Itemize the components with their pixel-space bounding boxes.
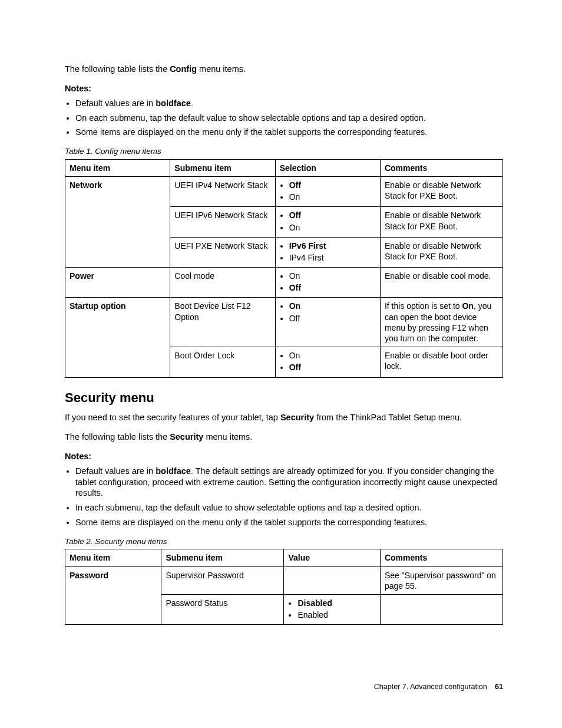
text: The following table lists the: [65, 64, 170, 74]
option: Enabled: [297, 610, 375, 620]
table-header-row: Menu item Submenu item Value Comments: [65, 549, 503, 566]
menu-item-cell: Network: [65, 176, 170, 267]
comments-cell: Enable or disable Network Stack for PXE …: [380, 207, 503, 237]
col-header: Menu item: [65, 159, 170, 176]
comments-cell: Enable or disable cool mode.: [380, 268, 503, 298]
option-default: Disabled: [297, 598, 375, 608]
intro-paragraph: The following table lists the Config men…: [65, 64, 503, 75]
text: The following table lists the: [65, 432, 170, 442]
config-menu-table: Menu item Submenu item Selection Comment…: [65, 159, 503, 378]
selection-cell: Off On: [275, 176, 380, 206]
submenu-cell: Boot Device List F12 Option: [170, 298, 275, 347]
selection-cell: On Off: [275, 268, 380, 298]
menu-item-cell: Power: [65, 268, 170, 298]
option-default: Off: [289, 180, 376, 190]
notes-heading: Notes:: [65, 83, 503, 94]
col-header: Menu item: [65, 549, 161, 566]
table-row: Password Supervisor Password See "Superv…: [65, 566, 503, 594]
list-item: Default values are in boldface. The defa…: [75, 466, 503, 499]
text: Default values are in: [75, 98, 156, 108]
page-number: 61: [495, 683, 503, 691]
option-default: Off: [289, 210, 376, 220]
selection-cell: On Off: [275, 298, 380, 347]
text: If this option is set to: [385, 301, 462, 311]
comments-cell: If this option is set to On, you can ope…: [380, 298, 503, 347]
table-caption: Table 2. Security menu items: [65, 536, 503, 547]
notes-list: Default values are in boldface. The defa…: [65, 466, 503, 528]
list-item: Default values are in boldface.: [75, 98, 503, 109]
text: If you need to set the security features…: [65, 413, 280, 422]
page-footer: Chapter 7. Advanced configuration 61: [374, 682, 503, 691]
table-caption: Table 1. Config menu items: [65, 146, 503, 157]
option-default: Off: [289, 362, 376, 373]
paragraph: The following table lists the Security m…: [65, 431, 503, 443]
text-bold: boldface: [156, 466, 191, 476]
list-item: On each submenu, tap the default value t…: [75, 113, 503, 124]
text-bold: Config: [170, 64, 197, 74]
security-menu-table: Menu item Submenu item Value Comments Pa…: [65, 549, 503, 625]
comments-cell: [380, 595, 503, 625]
notes-heading: Notes:: [65, 451, 503, 462]
col-header: Submenu item: [161, 549, 284, 566]
table-row: Network UEFI IPv4 Network Stack Off On E…: [65, 176, 503, 206]
option: Off: [289, 313, 376, 324]
submenu-cell: Cool mode: [170, 268, 275, 298]
option-default: On: [289, 301, 376, 311]
document-page: The following table lists the Config men…: [0, 0, 562, 728]
col-header: Comments: [380, 159, 503, 176]
text: Default values are in: [75, 466, 156, 476]
option-default: Off: [289, 282, 376, 293]
submenu-cell: UEFI IPv4 Network Stack: [170, 176, 275, 206]
footer-chapter: Chapter 7. Advanced configuration: [374, 683, 487, 691]
submenu-cell: Boot Order Lock: [170, 347, 275, 377]
text: menu items.: [197, 64, 246, 74]
submenu-cell: UEFI IPv6 Network Stack: [170, 207, 275, 237]
text-bold: Security: [170, 432, 203, 442]
text-bold: boldface: [156, 98, 191, 108]
option: On: [289, 350, 376, 361]
comments-cell: Enable or disable Network Stack for PXE …: [380, 237, 503, 267]
text-bold: Security: [280, 413, 314, 422]
option: On: [289, 222, 376, 233]
option: On: [289, 192, 376, 202]
col-header: Submenu item: [170, 159, 275, 176]
comments-cell: Enable or disable Network Stack for PXE …: [380, 176, 503, 206]
list-item: Some items are displayed on the menu onl…: [75, 127, 503, 138]
table-row: Startup option Boot Device List F12 Opti…: [65, 298, 503, 347]
table-header-row: Menu item Submenu item Selection Comment…: [65, 159, 503, 176]
text: .: [191, 98, 193, 108]
option: On: [289, 271, 376, 281]
selection-cell: On Off: [275, 347, 380, 377]
comments-cell: Enable or disable boot order lock.: [380, 347, 503, 377]
text-bold: On: [462, 301, 473, 311]
submenu-cell: Password Status: [161, 595, 284, 625]
section-heading: Security menu: [65, 390, 503, 407]
text: menu items.: [203, 432, 252, 442]
paragraph: If you need to set the security features…: [65, 412, 503, 423]
col-header: Comments: [380, 549, 503, 566]
selection-cell: IPv6 First IPv4 First: [275, 237, 380, 267]
submenu-cell: UEFI PXE Network Stack: [170, 237, 275, 267]
col-header: Value: [284, 549, 380, 566]
comments-cell: See "Supervisor password" on page 55.: [380, 566, 503, 594]
list-item: Some items are displayed on the menu onl…: [75, 517, 503, 528]
submenu-cell: Supervisor Password: [161, 566, 284, 594]
text: from the ThinkPad Tablet Setup menu.: [314, 413, 462, 422]
value-cell: [284, 566, 380, 594]
table-row: Power Cool mode On Off Enable or disable…: [65, 268, 503, 298]
option-default: IPv6 First: [289, 241, 376, 251]
list-item: In each submenu, tap the default value t…: [75, 502, 503, 513]
menu-item-cell: Password: [65, 566, 161, 625]
option: IPv4 First: [289, 252, 376, 263]
menu-item-cell: Startup option: [65, 298, 170, 377]
col-header: Selection: [275, 159, 380, 176]
notes-list: Default values are in boldface. On each …: [65, 98, 503, 139]
value-cell: Disabled Enabled: [284, 595, 380, 625]
selection-cell: Off On: [275, 207, 380, 237]
